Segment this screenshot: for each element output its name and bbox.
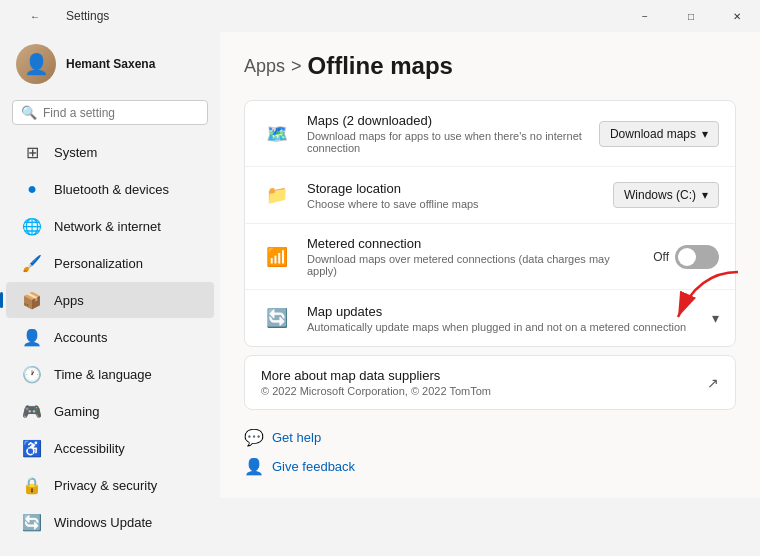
maps-downloaded-row: 🗺️ Maps (2 downloaded) Download maps for…: [245, 101, 735, 167]
get-help-label: Get help: [272, 430, 321, 445]
accounts-icon: 👤: [22, 327, 42, 347]
main-wrapper: Apps > Offline maps 🗺️ Maps (2 downloade…: [220, 32, 760, 556]
maps-title: Maps (2 downloaded): [307, 113, 585, 128]
maximize-button[interactable]: □: [668, 0, 714, 32]
minimize-button[interactable]: −: [622, 0, 668, 32]
maps-text: Maps (2 downloaded) Download maps for ap…: [307, 113, 585, 154]
user-name: Hemant Saxena: [66, 57, 155, 71]
personalization-icon: 🖌️: [22, 253, 42, 273]
settings-card: 🗺️ Maps (2 downloaded) Download maps for…: [244, 100, 736, 347]
map-updates-row[interactable]: 🔄 Map updates Automatically update maps …: [245, 290, 735, 346]
more-info-card: More about map data suppliers © 2022 Mic…: [244, 355, 736, 410]
sidebar-item-time[interactable]: 🕐 Time & language: [6, 356, 214, 392]
sidebar-item-update[interactable]: 🔄 Windows Update: [6, 504, 214, 540]
sidebar-label-system: System: [54, 145, 97, 160]
close-button[interactable]: ✕: [714, 0, 760, 32]
titlebar-controls: − □ ✕: [622, 0, 760, 32]
metered-toggle[interactable]: [675, 245, 719, 269]
signal-icon: 📶: [261, 241, 293, 273]
download-maps-button[interactable]: Download maps ▾: [599, 121, 719, 147]
update-icon: 🔄: [22, 512, 42, 532]
map-updates-control: ▾: [712, 310, 719, 326]
sidebar-label-apps: Apps: [54, 293, 84, 308]
sidebar-label-accessibility: Accessibility: [54, 441, 125, 456]
sidebar-label-personalization: Personalization: [54, 256, 143, 271]
metered-connection-row: 📶 Metered connection Download maps over …: [245, 224, 735, 290]
folder-icon: 📁: [261, 179, 293, 211]
search-box[interactable]: 🔍: [12, 100, 208, 125]
sidebar-item-bluetooth[interactable]: ● Bluetooth & devices: [6, 171, 214, 207]
user-profile[interactable]: 👤 Hemant Saxena: [0, 32, 220, 96]
sidebar-label-gaming: Gaming: [54, 404, 100, 419]
more-info-title: More about map data suppliers: [261, 368, 693, 383]
storage-location-row: 📁 Storage location Choose where to save …: [245, 167, 735, 224]
sidebar-item-personalization[interactable]: 🖌️ Personalization: [6, 245, 214, 281]
toggle-thumb: [678, 248, 696, 266]
sidebar-item-privacy[interactable]: 🔒 Privacy & security: [6, 467, 214, 503]
sidebar-label-bluetooth: Bluetooth & devices: [54, 182, 169, 197]
more-info-subtitle: © 2022 Microsoft Corporation, © 2022 Tom…: [261, 385, 693, 397]
gaming-icon: 🎮: [22, 401, 42, 421]
sidebar-item-system[interactable]: ⊞ System: [6, 134, 214, 170]
external-link-icon[interactable]: ↗: [707, 375, 719, 391]
sidebar-item-accounts[interactable]: 👤 Accounts: [6, 319, 214, 355]
map-updates-title: Map updates: [307, 304, 698, 319]
privacy-icon: 🔒: [22, 475, 42, 495]
more-info-text: More about map data suppliers © 2022 Mic…: [261, 368, 693, 397]
avatar: 👤: [16, 44, 56, 84]
feedback-icon: 👤: [244, 457, 264, 476]
download-maps-chevron: ▾: [702, 127, 708, 141]
more-info-control: ↗: [707, 375, 719, 391]
metered-subtitle: Download maps over metered connections (…: [307, 253, 639, 277]
sidebar: 👤 Hemant Saxena 🔍 ⊞ System ● Bluetooth &…: [0, 32, 220, 556]
toggle-off-label: Off: [653, 250, 669, 264]
system-icon: ⊞: [22, 142, 42, 162]
accessibility-icon: ♿: [22, 438, 42, 458]
titlebar-title: Settings: [66, 9, 109, 23]
back-button[interactable]: ←: [12, 0, 58, 32]
map-updates-text: Map updates Automatically update maps wh…: [307, 304, 698, 333]
help-section: 💬 Get help 👤 Give feedback: [244, 426, 736, 478]
main-content: Apps > Offline maps 🗺️ Maps (2 downloade…: [220, 32, 760, 498]
give-feedback-link[interactable]: 👤 Give feedback: [244, 455, 736, 478]
storage-chevron-icon: ▾: [702, 188, 708, 202]
help-icon: 💬: [244, 428, 264, 447]
bluetooth-icon: ●: [22, 179, 42, 199]
search-input[interactable]: [43, 106, 199, 120]
nav-list: ⊞ System ● Bluetooth & devices 🌐 Network…: [0, 133, 220, 541]
titlebar-left: ← Settings: [12, 0, 109, 32]
storage-dropdown-label: Windows (C:): [624, 188, 696, 202]
search-icon: 🔍: [21, 105, 37, 120]
sidebar-item-gaming[interactable]: 🎮 Gaming: [6, 393, 214, 429]
time-icon: 🕐: [22, 364, 42, 384]
sidebar-item-accessibility[interactable]: ♿ Accessibility: [6, 430, 214, 466]
breadcrumb-separator: >: [291, 56, 302, 77]
sidebar-label-privacy: Privacy & security: [54, 478, 157, 493]
maps-subtitle: Download maps for apps to use when there…: [307, 130, 585, 154]
sidebar-item-apps[interactable]: 📦 Apps: [6, 282, 214, 318]
storage-dropdown-button[interactable]: Windows (C:) ▾: [613, 182, 719, 208]
map-updates-chevron-icon: ▾: [712, 310, 719, 326]
sidebar-label-time: Time & language: [54, 367, 152, 382]
map-updates-subtitle: Automatically update maps when plugged i…: [307, 321, 698, 333]
sidebar-label-network: Network & internet: [54, 219, 161, 234]
breadcrumb-current: Offline maps: [308, 52, 453, 80]
give-feedback-label: Give feedback: [272, 459, 355, 474]
sidebar-label-update: Windows Update: [54, 515, 152, 530]
maps-icon: 🗺️: [261, 118, 293, 150]
storage-text: Storage location Choose where to save of…: [307, 181, 599, 210]
network-icon: 🌐: [22, 216, 42, 236]
metered-text: Metered connection Download maps over me…: [307, 236, 639, 277]
breadcrumb: Apps > Offline maps: [244, 52, 736, 80]
refresh-icon: 🔄: [261, 302, 293, 334]
apps-icon: 📦: [22, 290, 42, 310]
get-help-link[interactable]: 💬 Get help: [244, 426, 736, 449]
metered-control: Off: [653, 245, 719, 269]
storage-subtitle: Choose where to save offline maps: [307, 198, 599, 210]
breadcrumb-parent[interactable]: Apps: [244, 56, 285, 77]
download-maps-label: Download maps: [610, 127, 696, 141]
more-info-row[interactable]: More about map data suppliers © 2022 Mic…: [245, 356, 735, 409]
app-body: 👤 Hemant Saxena 🔍 ⊞ System ● Bluetooth &…: [0, 32, 760, 556]
sidebar-item-network[interactable]: 🌐 Network & internet: [6, 208, 214, 244]
storage-title: Storage location: [307, 181, 599, 196]
